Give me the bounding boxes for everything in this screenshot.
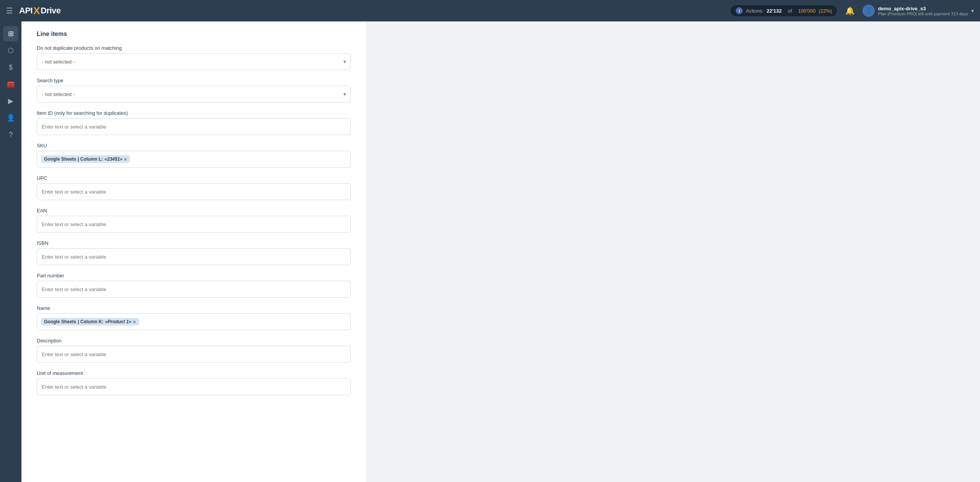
sidebar-item-billing[interactable]: $ [3,60,18,75]
avatar: 👤 [862,5,875,17]
plan-label: Plan |Premium PRO| left until payment 31… [878,11,968,16]
field-unit-of-measurement: Unit of measurement [37,370,351,395]
label-sku: SKU [37,143,351,148]
tag-sku-google-sheets: Google Sheets | Column L: «23451» × [41,155,130,163]
label-unit-of-measurement: Unit of measurement [37,370,351,376]
actions-badge: i Actions: 22'132 of 100'000 (22%) [730,5,838,17]
input-upc[interactable] [37,183,351,200]
sidebar-item-connections[interactable]: ⬡ [3,43,18,58]
label-part-number: Part number [37,273,351,278]
tag-close-icon[interactable]: × [124,157,127,162]
field-item-id: Item ID (only for searching for duplicat… [37,110,351,135]
field-isbn: ISBN [37,240,351,265]
label-item-id: Item ID (only for searching for duplicat… [37,110,351,116]
sidebar: ⊞ ⬡ $ 🧰 ▶ 👤 ? [0,21,21,482]
info-icon: i [736,7,743,14]
tag-close-icon[interactable]: × [133,319,136,324]
tag-value: «23451» [105,156,122,162]
tag-separator: | Column K: [78,319,103,324]
tag-input-name[interactable]: Google Sheets | Column K: «Product 1» × [37,313,351,330]
input-description[interactable] [37,346,351,363]
label-ean: EAN [37,208,351,213]
logo: APIXDrive [19,5,61,17]
label-description: Description [37,338,351,344]
field-part-number: Part number [37,273,351,298]
input-isbn[interactable] [37,248,351,265]
select-wrapper-no-duplicate: - not selected - ▾ [37,53,351,70]
tag-value: «Product 1» [105,319,131,324]
field-sku: SKU Google Sheets | Column L: «23451» × [37,143,351,168]
field-upc: UPC [37,175,351,200]
sidebar-item-help[interactable]: ? [3,127,18,142]
label-isbn: ISBN [37,240,351,246]
field-no-duplicate: Do not duplicate products on matching - … [37,45,351,70]
field-description: Description [37,338,351,363]
main-content: Line items Do not duplicate products on … [21,21,980,482]
select-no-duplicate[interactable]: - not selected - [37,53,351,70]
section-title: Line items [37,31,351,37]
form-panel: Line items Do not duplicate products on … [21,21,366,482]
select-search-type[interactable]: - not selected - [37,86,351,103]
tag-service: Google Sheets [44,156,76,162]
sidebar-item-profile[interactable]: 👤 [3,110,18,125]
tag-separator: | Column L: [78,156,103,162]
input-ean[interactable] [37,216,351,233]
label-no-duplicate: Do not duplicate products on matching [37,45,351,51]
user-menu[interactable]: 👤 demo_apix-drive_s3 Plan |Premium PRO| … [862,5,974,17]
field-name: Name Google Sheets | Column K: «Product … [37,305,351,330]
sidebar-item-home[interactable]: ⊞ [3,26,18,41]
tag-input-sku[interactable]: Google Sheets | Column L: «23451» × [37,151,351,168]
tag-service: Google Sheets [44,319,76,324]
field-ean: EAN [37,208,351,233]
label-upc: UPC [37,175,351,181]
select-wrapper-search-type: - not selected - ▾ [37,86,351,103]
field-search-type: Search type - not selected - ▾ [37,78,351,103]
sidebar-item-tools[interactable]: 🧰 [3,77,18,92]
input-part-number[interactable] [37,281,351,298]
menu-icon[interactable]: ☰ [6,6,13,15]
sidebar-item-tutorials[interactable]: ▶ [3,93,18,109]
tag-name-google-sheets: Google Sheets | Column K: «Product 1» × [41,318,139,326]
username: demo_apix-drive_s3 [878,6,968,11]
chevron-down-icon: ▾ [971,8,974,14]
notification-bell[interactable]: 🔔 [844,5,856,17]
input-item-id[interactable] [37,118,351,135]
topnav: ☰ APIXDrive i Actions: 22'132 of 100'000… [0,0,980,21]
label-name: Name [37,305,351,311]
label-search-type: Search type [37,78,351,83]
input-unit-of-measurement[interactable] [37,378,351,395]
